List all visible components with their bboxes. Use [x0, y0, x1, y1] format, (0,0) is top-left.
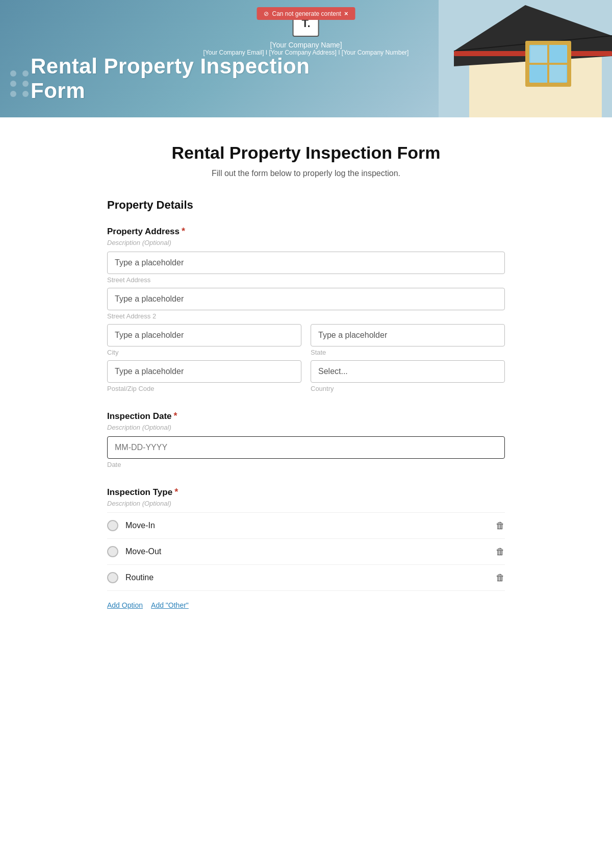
state-input[interactable] — [311, 324, 505, 346]
country-wrapper: Country — [311, 360, 505, 392]
radio-movein-left: Move-In — [107, 520, 155, 531]
add-option-button[interactable]: Add Option — [107, 598, 143, 612]
street-address-2-input[interactable] — [107, 288, 505, 310]
error-message: Can not generate content — [272, 10, 341, 17]
radio-moveout-label: Move-Out — [125, 547, 161, 556]
inspection-type-options: Move-In 🗑 Move-Out 🗑 Routine 🗑 — [107, 512, 505, 591]
state-sublabel: State — [311, 349, 505, 356]
radio-routine-label: Routine — [125, 573, 154, 582]
field-property-address: Property Address * Description (Optional… — [107, 226, 505, 392]
radio-routine-circle[interactable] — [107, 572, 118, 583]
list-item: Move-In 🗑 — [107, 512, 505, 539]
street1-wrapper: Street Address — [107, 252, 505, 284]
state-wrapper: State — [311, 324, 505, 356]
inspection-date-label: Inspection Date * — [107, 411, 505, 421]
list-item: Routine 🗑 — [107, 565, 505, 591]
form-subtitle: Fill out the form below to properly log … — [107, 169, 505, 178]
inspection-type-description: Description (Optional) — [107, 500, 505, 507]
street1-sublabel: Street Address — [107, 276, 505, 284]
form-main-title: Rental Property Inspection Form — [107, 143, 505, 163]
header-house-illustration — [439, 0, 612, 117]
required-star-type: * — [174, 487, 178, 498]
section-property-details: Property Details — [107, 199, 505, 212]
city-sublabel: City — [107, 349, 301, 356]
main-content: Rental Property Inspection Form Fill out… — [76, 117, 536, 661]
property-address-label: Property Address * — [107, 226, 505, 237]
delete-routine-icon[interactable]: 🗑 — [496, 573, 505, 583]
street-address-1-input[interactable] — [107, 252, 505, 274]
city-wrapper: City — [107, 324, 301, 356]
radio-routine-left: Routine — [107, 572, 154, 583]
close-icon[interactable]: × — [344, 10, 348, 17]
error-icon: ⊘ — [264, 10, 269, 17]
street2-sublabel: Street Address 2 — [107, 312, 505, 320]
radio-moveout-left: Move-Out — [107, 546, 161, 557]
error-toast: ⊘ Can not generate content × — [257, 7, 355, 20]
add-other-button[interactable]: Add "Other" — [151, 598, 189, 612]
zip-country-row: Postal/Zip Code Country — [107, 360, 505, 392]
city-state-row: City State — [107, 324, 505, 356]
company-name: [Your Company Name] — [270, 41, 342, 49]
list-item: Move-Out 🗑 — [107, 539, 505, 565]
country-input[interactable] — [311, 360, 505, 383]
svg-rect-12 — [549, 65, 566, 82]
add-option-row: Add Option Add "Other" — [107, 598, 505, 612]
radio-moveout-circle[interactable] — [107, 546, 118, 557]
city-input[interactable] — [107, 324, 301, 346]
page-header: ⊘ Can not generate content × T. [Your Co… — [0, 0, 612, 117]
zip-sublabel: Postal/Zip Code — [107, 385, 301, 392]
required-star-date: * — [174, 411, 177, 421]
svg-rect-11 — [530, 65, 547, 82]
country-sublabel: Country — [311, 385, 505, 392]
radio-movein-label: Move-In — [125, 521, 155, 530]
zip-input[interactable] — [107, 360, 301, 383]
inspection-type-label: Inspection Type * — [107, 487, 505, 498]
delete-movein-icon[interactable]: 🗑 — [496, 520, 505, 531]
radio-movein-circle[interactable] — [107, 520, 118, 531]
inspection-date-description: Description (Optional) — [107, 424, 505, 431]
svg-rect-10 — [549, 46, 566, 63]
zip-wrapper: Postal/Zip Code — [107, 360, 301, 392]
delete-moveout-icon[interactable]: 🗑 — [496, 547, 505, 557]
street2-wrapper: Street Address 2 — [107, 288, 505, 320]
property-address-description: Description (Optional) — [107, 239, 505, 246]
inspection-date-input[interactable] — [107, 436, 505, 459]
required-star: * — [182, 226, 185, 237]
field-inspection-date: Inspection Date * Description (Optional)… — [107, 411, 505, 468]
date-sublabel: Date — [107, 461, 505, 468]
header-dots-left — [10, 70, 31, 97]
header-title: Rental Property Inspection Form — [31, 54, 337, 103]
field-inspection-type: Inspection Type * Description (Optional)… — [107, 487, 505, 612]
svg-rect-9 — [530, 46, 547, 63]
